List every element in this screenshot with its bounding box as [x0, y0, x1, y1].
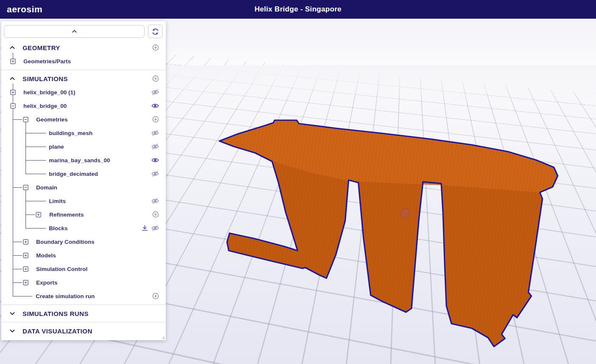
simulations-children: helix_bridge_00 (1) helix_bridge_00 Geom… — [1, 85, 166, 303]
visibility-on-icon[interactable] — [151, 102, 159, 110]
tree-item-label: helix_bridge_00 — [23, 103, 67, 109]
section-label: GEOMETRY — [23, 44, 60, 51]
tree-item-domain[interactable]: Domain — [1, 181, 166, 194]
expand-node-icon[interactable] — [10, 59, 16, 64]
app-header: aerosim Helix Bridge - Singapore — [0, 0, 596, 19]
orbit-pivot-indicator — [400, 209, 410, 218]
tree-item-label: Boundary Conditions — [36, 239, 94, 245]
chevron-down-icon[interactable] — [9, 310, 16, 317]
tree-item-geometries-parts[interactable]: Geometries/Parts — [1, 54, 166, 68]
tree-item-label: Domain — [36, 184, 57, 191]
tree-item-label: Exports — [36, 279, 57, 286]
domain-children: Limits Refinements Blocks — [1, 194, 166, 235]
divider — [1, 322, 166, 322]
tree-item-helix-bridge-00[interactable]: helix_bridge_00 — [1, 99, 166, 113]
tree-item-label: Create simulation run — [36, 293, 95, 299]
tree-item-models[interactable]: Models — [1, 248, 166, 262]
refresh-icon — [152, 28, 159, 35]
tree-item-blocks[interactable]: Blocks — [1, 221, 166, 235]
tree-item-label: helix_bridge_00 (1) — [23, 89, 75, 96]
visibility-off-icon[interactable] — [151, 129, 159, 137]
add-geometry-item-icon[interactable] — [152, 116, 159, 123]
collapse-node-icon[interactable] — [10, 103, 16, 109]
expand-node-icon[interactable] — [23, 253, 28, 258]
divider — [1, 70, 166, 70]
tree-item-refinements[interactable]: Refinements — [1, 208, 166, 221]
page-title: Helix Bridge - Singapore — [0, 5, 596, 14]
tree-item-label: marina_bay_sands_00 — [49, 157, 110, 164]
refresh-button[interactable] — [148, 25, 162, 38]
tree-item-geometries[interactable]: Geometries — [1, 113, 166, 126]
add-refinement-icon[interactable] — [152, 211, 159, 218]
visibility-off-icon[interactable] — [151, 224, 159, 232]
divider — [1, 305, 166, 305]
tree-item-label: Geometries — [36, 116, 68, 123]
tree-item-bridge-decimated[interactable]: bridge_decimated — [1, 167, 166, 181]
tree-item-label: Geometries/Parts — [23, 58, 71, 65]
tree-item-label: Limits — [49, 198, 66, 204]
tree-item-simulation-control[interactable]: Simulation Control — [1, 262, 166, 276]
section-simulations-runs[interactable]: SIMULATIONS RUNS — [1, 307, 166, 320]
collapse-node-icon[interactable] — [23, 185, 28, 190]
expand-node-icon[interactable] — [36, 212, 41, 217]
add-simulation-icon[interactable] — [152, 75, 159, 82]
section-label: DATA VISUALIZATION — [23, 327, 92, 335]
section-label: SIMULATIONS RUNS — [23, 310, 88, 317]
collapse-panel-button[interactable] — [71, 28, 77, 35]
visibility-off-icon[interactable] — [151, 88, 159, 96]
panel-toolbar — [1, 21, 166, 41]
expand-node-icon[interactable] — [23, 280, 28, 285]
visibility-off-icon[interactable] — [151, 143, 159, 150]
tree-item-label: Simulation Control — [36, 266, 88, 272]
chevron-up-icon[interactable] — [9, 44, 16, 51]
create-simulation-run-icon[interactable] — [152, 293, 159, 299]
section-geometry[interactable]: GEOMETRY — [1, 41, 166, 54]
chevron-up-icon[interactable] — [9, 75, 16, 82]
expand-node-icon[interactable] — [23, 266, 28, 272]
chevron-down-icon[interactable] — [9, 327, 16, 334]
tree-item-helix-bridge-00-1[interactable]: helix_bridge_00 (1) — [1, 85, 166, 99]
expand-node-icon[interactable] — [23, 239, 28, 245]
tree-item-label: plane — [49, 144, 64, 150]
geometry-children: Geometries/Parts — [1, 54, 166, 68]
tree-item-boundary-conditions[interactable]: Boundary Conditions — [1, 235, 166, 248]
expand-node-icon[interactable] — [10, 90, 16, 95]
tree-item-marina-bay-sands-00[interactable]: marina_bay_sands_00 — [1, 153, 166, 167]
bridge-model — [219, 120, 558, 347]
tree-item-label: Models — [36, 252, 56, 259]
tree-item-label: buildings_mesh — [49, 130, 93, 136]
tree-item-limits[interactable]: Limits — [1, 194, 166, 208]
helix-bridge-00-children: Geometries buildings_mesh plane marina_b… — [1, 113, 166, 303]
download-icon[interactable] — [141, 225, 148, 232]
panel-resize-handle[interactable] — [159, 333, 165, 339]
scene-tree-panel: GEOMETRY Geometries/Parts SIMULATIONS he… — [1, 21, 166, 340]
geometries-children: buildings_mesh plane marina_bay_sands_00… — [1, 126, 166, 181]
visibility-off-icon[interactable] — [151, 170, 159, 178]
collapse-node-icon[interactable] — [23, 117, 28, 122]
visibility-on-icon[interactable] — [151, 156, 159, 164]
section-data-visualization[interactable]: DATA VISUALIZATION — [1, 324, 166, 338]
chevron-up-icon — [71, 28, 77, 35]
tree-item-plane[interactable]: plane — [1, 140, 166, 153]
tree-item-buildings-mesh[interactable]: buildings_mesh — [1, 126, 166, 140]
tree-item-exports[interactable]: Exports — [1, 276, 166, 289]
section-label: SIMULATIONS — [23, 75, 68, 82]
tree-item-create-simulation-run[interactable]: Create simulation run — [1, 289, 166, 303]
tree-item-label: bridge_decimated — [49, 171, 98, 177]
tree-item-label: Refinements — [49, 212, 84, 218]
add-geometry-icon[interactable] — [152, 44, 159, 51]
visibility-off-icon[interactable] — [151, 197, 159, 205]
section-simulations[interactable]: SIMULATIONS — [1, 72, 166, 85]
tree-item-label: Blocks — [49, 225, 68, 231]
